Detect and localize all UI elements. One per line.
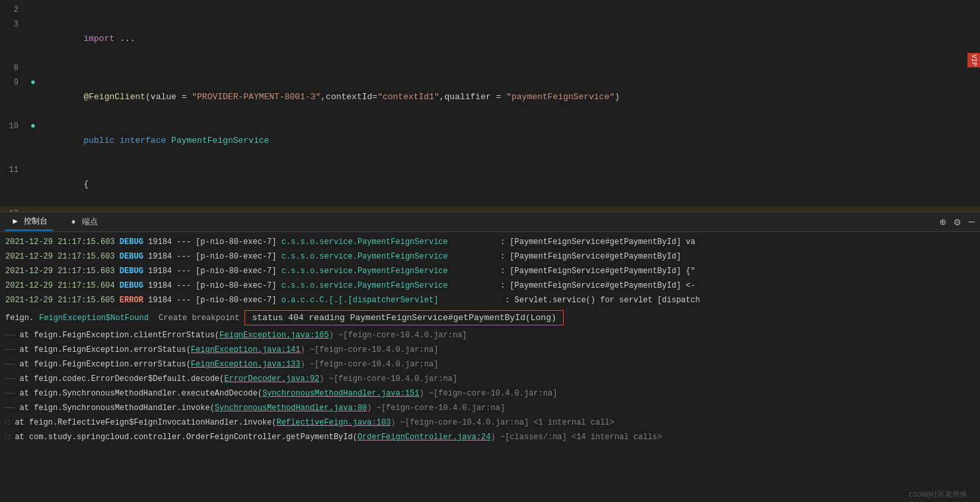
stack-line-7: □ at feign.ReflectiveFeign$FeignInvocati… bbox=[0, 415, 980, 430]
line-num-8: 8 bbox=[0, 61, 26, 75]
code-line-11: 11 { bbox=[0, 163, 980, 206]
stack-prefix-3: —— bbox=[5, 358, 15, 371]
stack-line-2: —— at feign.FeignException.errorStatus(F… bbox=[0, 343, 980, 357]
stack-link-2[interactable]: FeignException.java:141 bbox=[191, 343, 301, 356]
log-line-5: 2021-12-29 21:17:15.605 ERROR 19184 --- … bbox=[0, 293, 980, 308]
feign-class-label: feign. bbox=[5, 314, 34, 323]
log-date-3: 2021-12-29 21:17:15.603 bbox=[5, 265, 120, 278]
stack-link-6[interactable]: SynchronousMethodHandler.java:80 bbox=[215, 401, 367, 415]
log-thread-4: [p-nio-80-exec-7] bbox=[196, 279, 282, 292]
minimize-icon[interactable]: — bbox=[968, 216, 975, 228]
log-msg-1: : [PaymentFeignService#getPaymentById] v… bbox=[500, 235, 695, 249]
stack-prefix-4: —— bbox=[5, 372, 15, 386]
line-num-10: 10 bbox=[0, 119, 26, 134]
stack-jar-7: ) ~[feign-core-10.4.0.jar:na] <1 interna… bbox=[391, 416, 614, 429]
code-line-9: 9 ● @FeignClient(value = "PROVIDER-PAYME… bbox=[0, 75, 980, 119]
panel-right-icons: ⊕ ⚙ — bbox=[940, 216, 975, 229]
line-num-9: 9 bbox=[0, 75, 26, 90]
panel-tabs: ▶ 控制台 ♦ 端点 ⊕ ⚙ — bbox=[0, 212, 980, 232]
stack-link-5[interactable]: SynchronousMethodHandler.java:151 bbox=[262, 387, 420, 400]
code-line-2: 2 bbox=[0, 3, 980, 17]
log-line-2: 2021-12-29 21:17:15.603 DEBUG 19184 --- … bbox=[0, 249, 980, 264]
stack-prefix-1: —— bbox=[5, 329, 15, 342]
stack-prefix-8: □ bbox=[5, 431, 10, 444]
log-pid-3: 19184 --- bbox=[148, 265, 196, 278]
stack-line-1: —— at feign.FeignException.clientErrorSt… bbox=[0, 328, 980, 343]
stack-jar-3: ) ~[feign-core-10.4.0.jar:na] bbox=[301, 358, 439, 371]
stack-prefix-2: —— bbox=[5, 343, 15, 356]
line-num-2: 2 bbox=[0, 3, 26, 17]
stack-method-2: at feign.FeignException.errorStatus( bbox=[15, 343, 190, 356]
log-msg-2: : [PaymentFeignService#getPaymentById] bbox=[500, 250, 681, 263]
gutter-9: ● bbox=[26, 75, 40, 90]
stack-jar-1: ) ~[feign-core-10.4.0.jar:na] bbox=[329, 329, 467, 342]
line-content-10: public interface PaymentFeignService bbox=[40, 119, 980, 163]
stack-link-7[interactable]: ReflectiveFeign.java:103 bbox=[276, 416, 391, 429]
stack-method-4: at feign.codec.ErrorDecoder$Default.deco… bbox=[15, 372, 224, 386]
console-play-icon: ▶ bbox=[11, 217, 20, 226]
log-level-3: DEBUG bbox=[120, 265, 148, 278]
stack-prefix-5: —— bbox=[5, 387, 15, 400]
gutter-12: ⚠ bbox=[26, 206, 40, 212]
log-thread-1: [p-nio-80-exec-7] bbox=[196, 235, 282, 249]
code-lines: 2 3 import ... 8 9 ● @FeignClient(value … bbox=[0, 0, 980, 212]
stack-method-8: at com.study.springcloud.controller.Orde… bbox=[10, 431, 358, 444]
line-content-9: @FeignClient(value = "PROVIDER-PAYMENT-8… bbox=[40, 75, 980, 119]
gutter-10: ● bbox=[26, 119, 40, 134]
feign-exception-class[interactable]: FeignException$NotFound bbox=[39, 314, 149, 323]
log-class-3: c.s.s.o.service.PaymentFeignService bbox=[282, 265, 500, 278]
log-thread-3: [p-nio-80-exec-7] bbox=[196, 265, 282, 278]
stack-jar-2: ) ~[feign-core-10.4.0.jar:na] bbox=[301, 343, 439, 356]
stack-link-4[interactable]: ErrorDecoder.java:92 bbox=[224, 372, 319, 386]
log-line-4: 2021-12-29 21:17:15.604 DEBUG 19184 --- … bbox=[0, 278, 980, 293]
log-msg-3: : [PaymentFeignService#getPaymentById] {… bbox=[500, 265, 695, 278]
code-line-3: 3 import ... bbox=[0, 17, 980, 61]
tab-console[interactable]: ▶ 控制台 bbox=[5, 213, 53, 231]
feign-exception-line: feign.FeignException$NotFound Create bre… bbox=[0, 308, 980, 328]
code-line-8: 8 bbox=[0, 61, 980, 75]
log-level-1: DEBUG bbox=[120, 235, 148, 249]
line-num-12: 12 bbox=[0, 206, 26, 212]
log-line-1: 2021-12-29 21:17:15.603 DEBUG 19184 --- … bbox=[0, 235, 980, 249]
stack-jar-8: ) ~[classes/:na] <14 internal calls> bbox=[491, 431, 662, 444]
stack-line-6: —— at feign.SynchronousMethodHandler.inv… bbox=[0, 401, 980, 415]
stack-link-3[interactable]: FeignException.java:133 bbox=[191, 358, 301, 371]
feign-create-breakpoint: Create breakpoint bbox=[154, 314, 240, 323]
stack-link-1[interactable]: FeignException.java:165 bbox=[219, 329, 329, 342]
line-num-11: 11 bbox=[0, 163, 26, 177]
stack-method-1: at feign.FeignException.clientErrorStatu… bbox=[15, 329, 219, 342]
watermark: CSDN@社区老师傅 bbox=[909, 489, 967, 499]
log-msg-5: : Servlet.service() for servlet [dispatc… bbox=[505, 294, 700, 307]
log-class-4: c.s.s.o.service.PaymentFeignService bbox=[282, 279, 500, 292]
stack-line-4: —— at feign.codec.ErrorDecoder$Default.d… bbox=[0, 372, 980, 386]
log-level-2: DEBUG bbox=[120, 250, 148, 263]
log-date-5: 2021-12-29 21:17:15.605 bbox=[5, 294, 120, 307]
stack-jar-4: ) ~[feign-core-10.4.0.jar:na] bbox=[319, 372, 457, 386]
endpoints-icon: ♦ bbox=[69, 218, 78, 227]
stack-prefix-7: □ bbox=[5, 416, 10, 429]
line-num-3: 3 bbox=[0, 17, 26, 32]
log-msg-4: : [PaymentFeignService#getPaymentById] <… bbox=[500, 279, 695, 292]
line-content-3: import ... bbox=[40, 17, 980, 61]
stack-prefix-6: —— bbox=[5, 401, 15, 415]
code-line-10: 10 ● public interface PaymentFeignServic… bbox=[0, 119, 980, 163]
log-thread-5: [p-nio-80-exec-7] bbox=[196, 294, 282, 307]
log-pid-5: 19184 --- bbox=[148, 294, 196, 307]
vip-badge: VIP bbox=[967, 53, 980, 67]
stack-method-3: at feign.FeignException.errorStatus( bbox=[15, 358, 190, 371]
stack-line-5: —— at feign.SynchronousMethodHandler.exe… bbox=[0, 386, 980, 401]
line-content-12: @GetMapping(value = 🌐"/study/provider/pa… bbox=[40, 206, 980, 212]
stack-jar-5: ) ~[feign-core-10.4.0.jar:na] bbox=[420, 387, 558, 400]
stack-method-6: at feign.SynchronousMethodHandler.invoke… bbox=[15, 401, 214, 415]
globe-icon[interactable]: ⊕ bbox=[940, 216, 946, 229]
line-content-11: { bbox=[40, 163, 980, 206]
stack-link-8[interactable]: OrderFeignController.java:24 bbox=[358, 431, 491, 444]
tab-endpoints[interactable]: ♦ 端点 bbox=[63, 214, 103, 230]
settings-icon[interactable]: ⚙ bbox=[954, 216, 961, 229]
console-content[interactable]: 2021-12-29 21:17:15.603 DEBUG 19184 --- … bbox=[0, 232, 980, 502]
log-thread-2: [p-nio-80-exec-7] bbox=[196, 250, 282, 263]
stack-method-7: at feign.ReflectiveFeign$FeignInvocation… bbox=[10, 416, 276, 429]
status-404-message: status 404 reading PaymentFeignService#g… bbox=[245, 310, 563, 325]
code-editor: 2 3 import ... 8 9 ● @FeignClient(value … bbox=[0, 0, 980, 212]
log-class-1: c.s.s.o.service.PaymentFeignService bbox=[282, 235, 500, 249]
